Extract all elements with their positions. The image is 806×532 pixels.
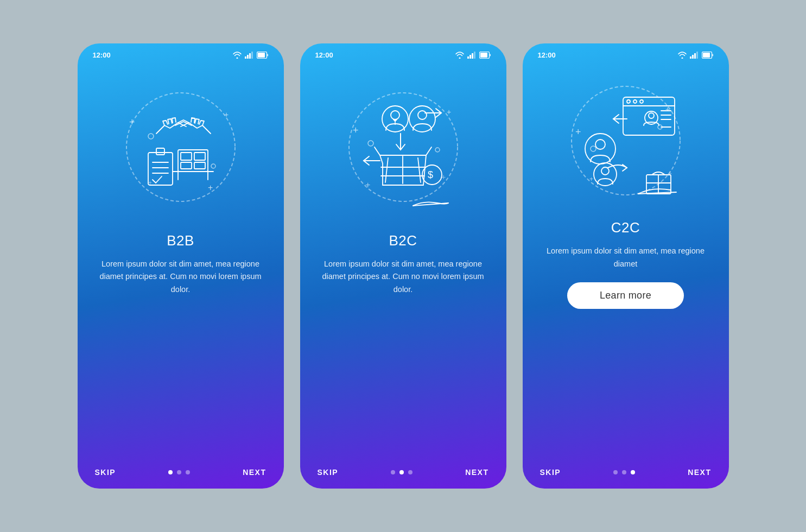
- battery-icon-1: [257, 52, 269, 59]
- svg-text:+: +: [668, 169, 672, 178]
- svg-point-83: [595, 140, 605, 149]
- wifi-icon-3: [678, 52, 687, 59]
- dot-2-active: [399, 470, 404, 474]
- svg-rect-20: [194, 153, 205, 160]
- status-bar-1: 12:00: [78, 43, 284, 62]
- c2c-title: C2C: [523, 213, 729, 240]
- c2c-bottom-nav: SKIP NEXT: [523, 463, 729, 489]
- dot-2-3: [408, 470, 412, 474]
- svg-line-49: [385, 158, 388, 182]
- b2b-skip-button[interactable]: SKIP: [95, 468, 116, 477]
- svg-point-85: [601, 167, 609, 175]
- dot-1-active: [168, 470, 173, 474]
- svg-point-37: [368, 141, 373, 146]
- dot-3-active: [631, 470, 635, 474]
- svg-text:+: +: [447, 107, 451, 116]
- svg-rect-27: [469, 55, 471, 59]
- c2c-illustration: + + + +: [563, 78, 688, 203]
- b2c-bottom-nav: SKIP NEXT: [300, 463, 506, 489]
- svg-rect-28: [472, 53, 473, 59]
- b2b-illustration: + + + +: [118, 85, 243, 210]
- status-bar-3: 12:00: [523, 43, 729, 62]
- wifi-icon-1: [233, 52, 242, 59]
- svg-rect-18: [178, 150, 208, 172]
- b2c-dots: [391, 470, 412, 474]
- svg-text:+: +: [224, 110, 229, 119]
- svg-line-47: [375, 147, 380, 155]
- svg-rect-5: [258, 53, 265, 58]
- wifi-icon-2: [455, 52, 464, 59]
- svg-rect-59: [694, 53, 696, 59]
- time-3: 12:00: [538, 51, 556, 59]
- phone-b2b: 12:00: [78, 43, 284, 489]
- dot-1-3: [186, 470, 190, 474]
- svg-rect-19: [181, 153, 192, 160]
- svg-text:+: +: [353, 125, 359, 136]
- svg-point-11: [148, 134, 154, 139]
- battery-icon-2: [479, 52, 491, 59]
- c2c-icon-area: + + + +: [523, 62, 729, 213]
- learn-more-button[interactable]: Learn more: [567, 282, 684, 309]
- svg-rect-2: [249, 53, 251, 59]
- svg-text:+: +: [129, 117, 135, 128]
- svg-text:+: +: [208, 183, 213, 192]
- time-2: 12:00: [315, 51, 333, 59]
- signal-icon-2: [467, 52, 476, 59]
- status-icons-1: [233, 52, 269, 59]
- time-1: 12:00: [93, 51, 111, 59]
- phone-b2c: 12:00: [300, 43, 506, 489]
- b2b-dots: [168, 470, 190, 474]
- svg-rect-26: [467, 56, 469, 59]
- status-icons-2: [455, 52, 491, 59]
- svg-rect-22: [194, 162, 205, 169]
- svg-point-46: [418, 111, 427, 119]
- dot-3-1: [613, 470, 618, 474]
- b2b-title: B2B: [78, 226, 284, 254]
- b2b-description: Lorem ipsum dolor sit dim amet, mea regi…: [78, 254, 284, 305]
- svg-point-84: [594, 163, 617, 186]
- svg-line-48: [426, 147, 431, 155]
- svg-point-43: [391, 111, 399, 119]
- b2c-skip-button[interactable]: SKIP: [318, 468, 339, 477]
- signal-icon-3: [690, 52, 699, 59]
- svg-point-68: [591, 146, 596, 151]
- b2b-bottom-nav: SKIP NEXT: [78, 463, 284, 489]
- svg-rect-58: [692, 55, 694, 59]
- phones-container: 12:00: [78, 43, 729, 489]
- dot-1-2: [177, 470, 181, 474]
- svg-rect-3: [251, 52, 253, 59]
- dot-3-2: [622, 470, 626, 474]
- c2c-skip-button[interactable]: SKIP: [540, 468, 561, 477]
- svg-rect-1: [247, 55, 249, 59]
- svg-text:+: +: [575, 126, 581, 137]
- svg-text:+: +: [589, 175, 593, 183]
- b2c-illustration: + + + +: [341, 85, 466, 210]
- b2c-description: Lorem ipsum dolor sit dim amet, mea regi…: [300, 254, 506, 305]
- svg-line-51: [418, 158, 421, 182]
- svg-point-76: [649, 113, 654, 118]
- battery-icon-3: [702, 52, 714, 59]
- status-bar-2: 12:00: [300, 43, 506, 62]
- c2c-next-button[interactable]: NEXT: [688, 468, 711, 477]
- phone-c2c: 12:00: [523, 43, 729, 489]
- svg-point-82: [585, 134, 615, 164]
- svg-text:+: +: [365, 180, 370, 189]
- svg-rect-31: [480, 53, 487, 58]
- svg-rect-21: [181, 162, 192, 169]
- b2c-next-button[interactable]: NEXT: [465, 468, 488, 477]
- svg-rect-60: [696, 52, 698, 59]
- b2b-next-button[interactable]: NEXT: [243, 468, 266, 477]
- c2c-dots: [613, 470, 635, 474]
- svg-point-72: [627, 100, 630, 103]
- b2c-icon-area: + + + +: [300, 62, 506, 226]
- signal-icon-1: [245, 52, 253, 59]
- svg-rect-0: [245, 56, 246, 59]
- svg-rect-29: [474, 52, 475, 59]
- svg-point-73: [633, 100, 637, 103]
- svg-point-74: [640, 100, 643, 103]
- svg-rect-14: [156, 148, 164, 155]
- b2c-title: B2C: [300, 226, 506, 254]
- svg-point-12: [211, 164, 215, 168]
- svg-rect-57: [690, 56, 691, 59]
- svg-point-38: [435, 148, 440, 152]
